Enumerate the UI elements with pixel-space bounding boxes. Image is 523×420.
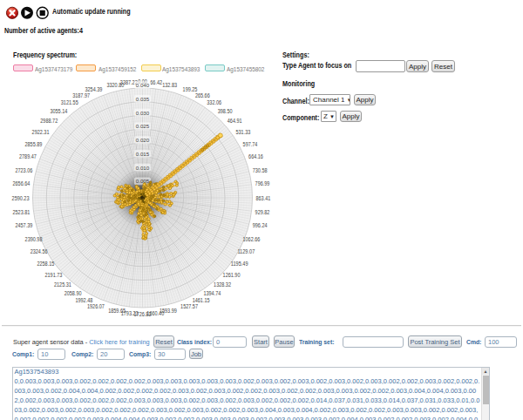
svg-text:1859.65: 1859.65 <box>108 308 126 314</box>
svg-text:1527.57: 1527.57 <box>180 303 198 309</box>
svg-text:996.24: 996.24 <box>253 222 268 228</box>
svg-text:2855.89: 2855.89 <box>25 141 43 147</box>
svg-text:0.005: 0.005 <box>136 178 150 184</box>
svg-text:0.030: 0.030 <box>136 110 150 116</box>
svg-text:2258.15: 2258.15 <box>37 261 54 267</box>
svg-text:332.06: 332.06 <box>207 99 221 105</box>
svg-text:2723.06: 2723.06 <box>15 167 32 173</box>
svg-text:1394.74: 1394.74 <box>203 290 221 296</box>
svg-text:2988.72: 2988.72 <box>40 118 58 124</box>
svg-text:3055.14: 3055.14 <box>50 108 67 114</box>
svg-text:0.025: 0.025 <box>136 123 150 129</box>
svg-text:2125.31: 2125.31 <box>54 281 71 288</box>
svg-text:66.42: 66.42 <box>150 79 162 85</box>
svg-text:0.040: 0.040 <box>136 82 150 88</box>
svg-text:464.91: 464.91 <box>228 118 242 124</box>
svg-text:2191.73: 2191.73 <box>45 272 63 278</box>
svg-text:1328.32: 1328.32 <box>214 281 231 288</box>
svg-text:1926.07: 1926.07 <box>87 303 105 309</box>
svg-text:1992.48: 1992.48 <box>75 297 92 303</box>
svg-text:929.82: 929.82 <box>255 209 270 215</box>
svg-text:3187.97: 3187.97 <box>72 92 90 98</box>
svg-text:597.74: 597.74 <box>243 141 258 147</box>
svg-text:132.83: 132.83 <box>162 82 177 88</box>
svg-text:2656.64: 2656.64 <box>13 180 31 186</box>
svg-text:0.035: 0.035 <box>136 96 150 102</box>
svg-text:863.41: 863.41 <box>256 195 271 201</box>
svg-text:2324.56: 2324.56 <box>31 248 48 254</box>
svg-text:3254.39: 3254.39 <box>85 86 103 92</box>
svg-text:1129.07: 1129.07 <box>237 248 255 254</box>
svg-text:0.010: 0.010 <box>136 165 150 171</box>
svg-text:0.015: 0.015 <box>136 151 150 157</box>
svg-text:2590.23: 2590.23 <box>12 195 30 201</box>
svg-text:531.33: 531.33 <box>236 129 251 135</box>
svg-text:1261.90: 1261.90 <box>223 272 241 278</box>
svg-text:1195.49: 1195.49 <box>231 261 248 267</box>
svg-text:3121.55: 3121.55 <box>61 99 78 105</box>
svg-text:2789.47: 2789.47 <box>19 153 37 159</box>
svg-text:265.66: 265.66 <box>195 92 210 98</box>
svg-text:2922.31: 2922.31 <box>32 129 50 135</box>
svg-text:796.99: 796.99 <box>255 180 270 186</box>
svg-text:1062.66: 1062.66 <box>243 236 261 242</box>
svg-text:2457.39: 2457.39 <box>15 222 32 228</box>
svg-text:398.50: 398.50 <box>218 108 233 114</box>
svg-text:2523.81: 2523.81 <box>13 209 31 215</box>
svg-text:730.58: 730.58 <box>253 167 268 173</box>
svg-text:2390.98: 2390.98 <box>25 236 43 242</box>
svg-text:0.020: 0.020 <box>136 137 150 143</box>
svg-text:664.16: 664.16 <box>248 153 263 159</box>
svg-text:2058.90: 2058.90 <box>65 290 82 296</box>
